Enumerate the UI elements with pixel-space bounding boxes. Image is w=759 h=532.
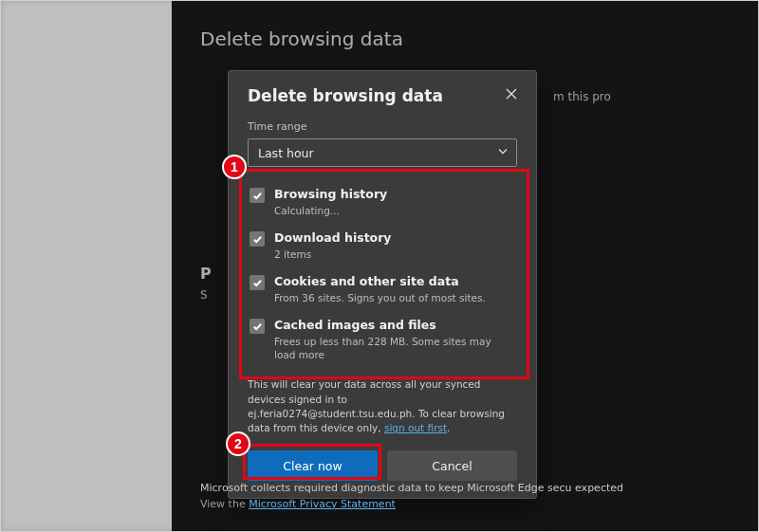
page-title: Delete browsing data	[200, 28, 733, 50]
option-sub: Frees up less than 228 MB. Some sites ma…	[274, 335, 515, 361]
option-sub: From 36 sites. Signs you out of most sit…	[274, 291, 486, 304]
time-range-select[interactable]: Last hour	[248, 138, 517, 167]
checkbox-cache[interactable]	[250, 319, 265, 334]
option-title: Cookies and other site data	[274, 274, 486, 290]
option-list: Browsing history Calculating... Download…	[248, 180, 517, 368]
option-cookies: Cookies and other site data From 36 site…	[248, 267, 517, 311]
bg-text-fragment: m this pro	[553, 90, 611, 103]
bg-priv-header-char: P	[200, 265, 212, 283]
delete-browsing-data-dialog: Delete browsing data Time range Last hou…	[228, 70, 537, 499]
close-icon	[506, 85, 517, 103]
bg-priv-sub-char: S	[200, 288, 208, 302]
stage: Delete browsing data m this pro P S Dele…	[0, 0, 759, 532]
dialog-header: Delete browsing data	[248, 86, 517, 120]
dialog-buttons: Clear now Cancel	[248, 450, 517, 481]
option-title: Download history	[274, 230, 392, 247]
option-sub: 2 items	[274, 248, 392, 261]
option-sub: Calculating...	[274, 204, 387, 217]
checkbox-browsing-history[interactable]	[250, 188, 265, 203]
privacy-statement-link[interactable]: Microsoft Privacy Statement	[249, 498, 396, 510]
time-range-value: Last hour	[258, 146, 314, 160]
clear-now-button[interactable]: Clear now	[248, 450, 378, 481]
option-title: Browsing history	[274, 187, 387, 203]
sign-out-link[interactable]: sign out first	[384, 422, 447, 433]
checkbox-cookies[interactable]	[250, 275, 265, 290]
close-button[interactable]	[500, 83, 523, 105]
option-browsing-history: Browsing history Calculating...	[248, 180, 517, 224]
chevron-down-icon	[497, 146, 509, 160]
checkbox-download-history[interactable]	[250, 231, 265, 247]
option-title: Cached images and files	[274, 318, 515, 334]
sync-note: This will clear your data across all you…	[248, 377, 517, 435]
cancel-button[interactable]: Cancel	[387, 450, 517, 481]
dialog-title: Delete browsing data	[248, 86, 443, 105]
option-cache: Cached images and files Frees up less th…	[248, 311, 517, 368]
option-download-history: Download history 2 items	[248, 224, 517, 267]
privacy-diagnostic-text: Microsoft collects required diagnostic d…	[200, 481, 750, 512]
time-range-label: Time range	[248, 120, 517, 133]
